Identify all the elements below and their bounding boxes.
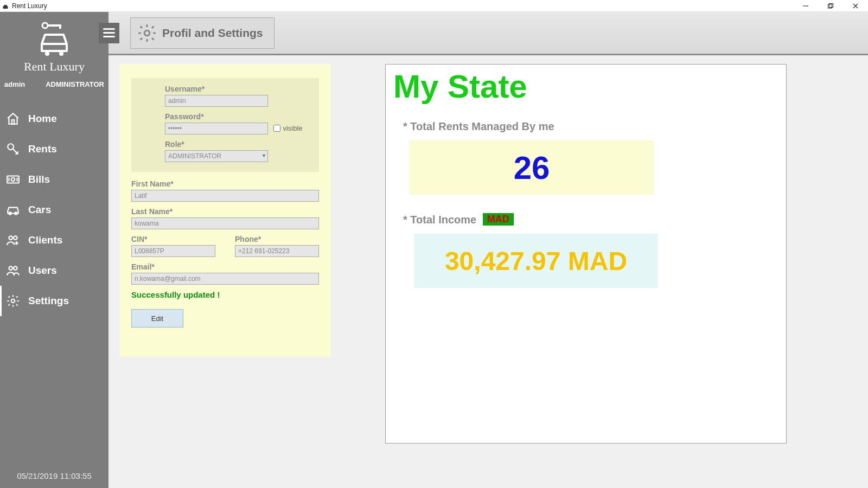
rents-icon bbox=[5, 142, 21, 157]
bills-icon bbox=[5, 172, 21, 187]
svg-point-21 bbox=[9, 236, 12, 240]
users-icon bbox=[5, 263, 21, 278]
role-value: ADMINISTRATOR bbox=[168, 152, 221, 160]
last-name-label: Last Name* bbox=[131, 207, 319, 216]
titlebar: Rent Luxury bbox=[0, 0, 868, 12]
total-rents-value: 26 bbox=[514, 149, 550, 187]
credentials-group: Username* Password* visible Role* bbox=[131, 78, 319, 172]
sidebar-item-cars[interactable]: Cars bbox=[0, 195, 108, 225]
minimize-button[interactable] bbox=[793, 0, 818, 12]
sidebar-item-rents[interactable]: Rents bbox=[0, 134, 108, 164]
sidebar-item-settings[interactable]: Settings bbox=[0, 286, 108, 316]
nav: Home Rents Bills Cars bbox=[0, 104, 108, 316]
email-field[interactable] bbox=[131, 273, 319, 285]
sidebar-item-home[interactable]: Home bbox=[0, 104, 108, 134]
total-rents-box: 26 bbox=[410, 140, 654, 195]
current-username: admin bbox=[4, 80, 25, 88]
settings-icon bbox=[5, 293, 21, 309]
hamburger-button[interactable] bbox=[99, 23, 119, 43]
svg-rect-13 bbox=[12, 120, 14, 124]
app-icon bbox=[2, 3, 9, 9]
svg-point-14 bbox=[8, 144, 14, 150]
email-label: Email* bbox=[131, 262, 319, 271]
first-name-label: First Name* bbox=[131, 179, 319, 188]
edit-button[interactable]: Edit bbox=[131, 309, 183, 328]
password-visible-checkbox[interactable] bbox=[273, 125, 280, 132]
svg-point-11 bbox=[45, 52, 49, 56]
page-title: Profil and Settings bbox=[162, 27, 263, 40]
currency-badge: MAD bbox=[483, 213, 514, 226]
profile-form-panel: Username* Password* visible Role* bbox=[119, 64, 331, 357]
sidebar-item-clients[interactable]: Clients bbox=[0, 225, 108, 255]
last-name-field[interactable] bbox=[131, 217, 319, 229]
svg-point-16 bbox=[11, 178, 15, 182]
role-select[interactable]: ADMINISTRATOR ▾ bbox=[165, 150, 268, 162]
svg-point-22 bbox=[14, 236, 17, 240]
clients-icon bbox=[5, 233, 21, 248]
total-rents-label: * Total Rents Managed By me bbox=[403, 120, 778, 133]
svg-point-7 bbox=[42, 23, 48, 28]
nav-label: Users bbox=[28, 265, 57, 277]
password-visible-label: visible bbox=[283, 124, 302, 132]
nav-label: Rents bbox=[28, 143, 57, 155]
cin-label: CIN* bbox=[131, 235, 215, 243]
gear-icon bbox=[136, 22, 158, 44]
total-income-label: * Total Income MAD bbox=[403, 213, 778, 226]
total-income-value: 30,427.97 MAD bbox=[445, 246, 627, 276]
nav-label: Bills bbox=[28, 174, 50, 185]
maximize-button[interactable] bbox=[818, 0, 843, 12]
content: Profil and Settings Username* Password* bbox=[108, 12, 868, 488]
sidebar: Rent Luxury admin ADMINISTRATOR Home Ren… bbox=[0, 12, 108, 488]
nav-label: Settings bbox=[28, 295, 69, 307]
svg-point-27 bbox=[11, 299, 15, 303]
phone-label: Phone* bbox=[235, 235, 319, 243]
current-role: ADMINISTRATOR bbox=[46, 80, 104, 88]
chevron-down-icon: ▾ bbox=[263, 152, 265, 158]
logo: Rent Luxury bbox=[0, 12, 108, 77]
svg-point-25 bbox=[9, 266, 12, 270]
topbar: Profil and Settings bbox=[108, 12, 868, 55]
brand-name: Rent Luxury bbox=[0, 60, 108, 74]
username-label: Username* bbox=[165, 85, 310, 93]
sidebar-item-bills[interactable]: Bills bbox=[0, 164, 108, 195]
password-label: Password* bbox=[165, 112, 310, 121]
svg-rect-9 bbox=[59, 24, 61, 29]
datetime: 05/21/2019 11:03:55 bbox=[0, 471, 108, 480]
role-label: Role* bbox=[165, 140, 310, 149]
home-icon bbox=[5, 111, 21, 126]
phone-field[interactable] bbox=[235, 245, 319, 257]
cin-field[interactable] bbox=[131, 245, 215, 257]
nav-label: Home bbox=[28, 113, 57, 125]
first-name-field[interactable] bbox=[131, 190, 319, 202]
nav-label: Cars bbox=[28, 204, 51, 216]
window-title: Rent Luxury bbox=[12, 2, 47, 10]
user-info-line: admin ADMINISTRATOR bbox=[0, 77, 108, 94]
cars-icon bbox=[5, 202, 21, 217]
svg-point-26 bbox=[14, 266, 17, 270]
stats-title: My State bbox=[393, 68, 778, 105]
success-message: Successfully updated ! bbox=[131, 290, 319, 299]
hamburger-icon bbox=[103, 26, 115, 40]
sidebar-item-users[interactable]: Users bbox=[0, 255, 108, 286]
svg-point-28 bbox=[144, 30, 150, 36]
username-field[interactable] bbox=[165, 95, 268, 107]
password-field[interactable] bbox=[165, 123, 268, 134]
total-income-box: 30,427.97 MAD bbox=[414, 234, 658, 288]
close-button[interactable] bbox=[843, 0, 868, 12]
svg-point-12 bbox=[59, 52, 63, 56]
svg-rect-1 bbox=[4, 5, 7, 7]
nav-label: Clients bbox=[28, 234, 62, 246]
page-title-box: Profil and Settings bbox=[130, 17, 275, 49]
stats-panel: My State * Total Rents Managed By me 26 … bbox=[385, 64, 787, 444]
